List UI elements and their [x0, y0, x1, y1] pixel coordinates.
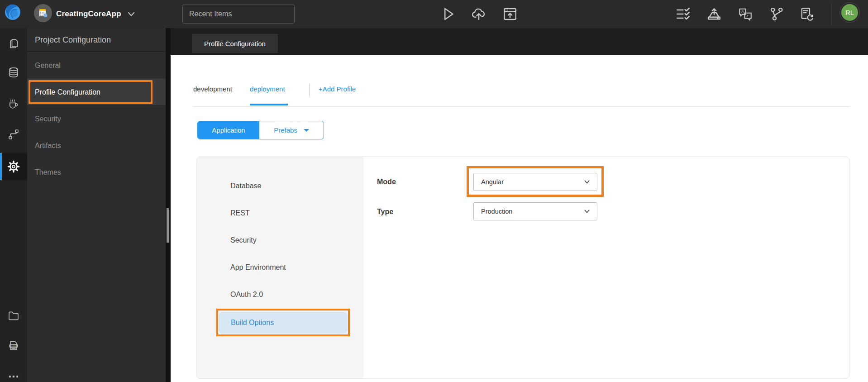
log-file-icon[interactable]: LOG: [5, 336, 23, 354]
section-rest[interactable]: REST: [230, 206, 330, 220]
sidebar-item-artifacts[interactable]: Artifacts: [27, 132, 166, 158]
settings-gear-icon[interactable]: [5, 158, 23, 176]
orchestration-icon[interactable]: [5, 125, 23, 143]
translate-icon[interactable]: A z: [737, 6, 754, 22]
application-toggle-button[interactable]: Application: [198, 121, 259, 139]
pages-icon[interactable]: [5, 34, 23, 53]
mode-label: Mode: [377, 178, 396, 186]
sidebar-item-profile-configuration[interactable]: Profile Configuration: [27, 78, 166, 105]
scope-toggle: Application Prefabs: [197, 121, 324, 139]
prefabs-caret-icon: [304, 129, 309, 132]
type-label: Type: [377, 208, 393, 216]
top-bar: CreatingCoreApp A z: [0, 0, 868, 28]
svg-text:LOG: LOG: [11, 344, 16, 347]
select-chevron-icon: [583, 178, 591, 186]
active-tab-underline: [250, 104, 288, 105]
checklist-icon[interactable]: [675, 6, 692, 22]
run-icon[interactable]: [440, 6, 456, 22]
section-app-environment[interactable]: App Environment: [230, 261, 330, 274]
file-sync-icon[interactable]: [799, 6, 815, 22]
profile-tab-deployment[interactable]: deployment: [250, 85, 285, 93]
select-chevron-icon: [583, 208, 591, 215]
avatar-initials: RL: [845, 9, 854, 16]
svg-text:z: z: [746, 13, 749, 18]
chevron-down-icon[interactable]: [126, 9, 137, 19]
section-database[interactable]: Database: [230, 179, 330, 193]
user-avatar[interactable]: RL: [839, 2, 860, 23]
config-section-list: Database REST Security App Environment O…: [197, 157, 363, 378]
build-options-card: Database REST Security App Environment O…: [196, 157, 849, 379]
recent-items-input[interactable]: [182, 5, 295, 24]
left-icon-rail: LOG: [0, 28, 27, 382]
java-services-icon[interactable]: [5, 94, 23, 112]
side-panel-title: Project Configuration: [27, 28, 166, 52]
database-icon[interactable]: [5, 63, 23, 81]
config-side-panel: Project Configuration General Profile Co…: [27, 28, 166, 382]
tab-profile-configuration[interactable]: Profile Configuration: [192, 34, 278, 53]
version-control-icon[interactable]: [768, 6, 785, 22]
cloud-upload-icon[interactable]: [471, 6, 487, 22]
project-name[interactable]: CreatingCoreApp: [56, 0, 121, 28]
section-build-options[interactable]: Build Options: [219, 312, 348, 334]
profile-configuration-content: development deployment +Add Profile Appl…: [171, 55, 868, 382]
type-select[interactable]: Production: [473, 202, 597, 220]
topbar-divider: [831, 3, 832, 25]
more-ellipsis-icon[interactable]: [5, 368, 23, 382]
panel-scrollbar-track[interactable]: [166, 28, 171, 382]
workspace-tab-band: Profile Configuration: [171, 28, 868, 55]
tabs-rule: [193, 106, 849, 107]
add-profile-button[interactable]: +Add Profile: [319, 85, 356, 93]
export-icon[interactable]: [706, 6, 722, 22]
preview-window-icon[interactable]: [502, 6, 518, 22]
rail-active-indicator: [0, 153, 2, 180]
prefabs-toggle-button[interactable]: Prefabs: [259, 121, 324, 139]
wavemaker-logo-icon[interactable]: [4, 3, 22, 21]
mode-value: Angular: [481, 178, 583, 186]
panel-scrollbar-thumb[interactable]: [167, 208, 169, 243]
sidebar-item-security[interactable]: Security: [27, 105, 166, 132]
profile-tab-divider: [309, 84, 310, 96]
sidebar-item-general[interactable]: General: [27, 52, 166, 78]
type-value: Production: [481, 208, 583, 215]
project-icon[interactable]: [34, 4, 52, 22]
folder-icon[interactable]: [5, 306, 23, 325]
profile-tab-development[interactable]: development: [193, 85, 232, 93]
mode-select[interactable]: Angular: [473, 173, 597, 191]
sidebar-item-themes[interactable]: Themes: [27, 158, 166, 185]
section-security[interactable]: Security: [230, 234, 330, 247]
app-window: CreatingCoreApp A z: [0, 0, 868, 382]
svg-text:A: A: [741, 9, 744, 14]
section-oauth[interactable]: OAuth 2.0: [230, 288, 330, 301]
orange-highlight-box: Build Options: [216, 309, 350, 336]
